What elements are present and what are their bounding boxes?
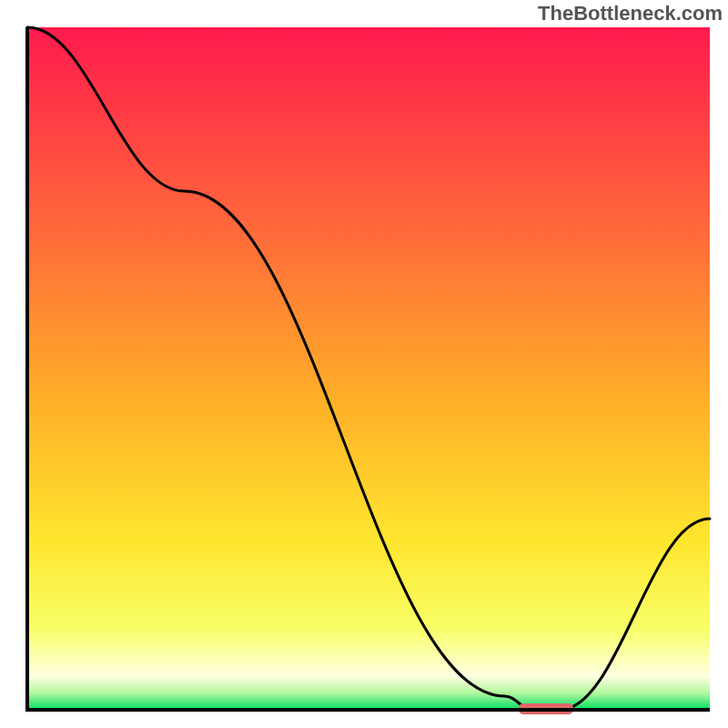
bottleneck-chart: TheBottleneck.com <box>0 0 728 728</box>
plot-svg <box>0 0 728 728</box>
gradient-background <box>27 27 710 710</box>
